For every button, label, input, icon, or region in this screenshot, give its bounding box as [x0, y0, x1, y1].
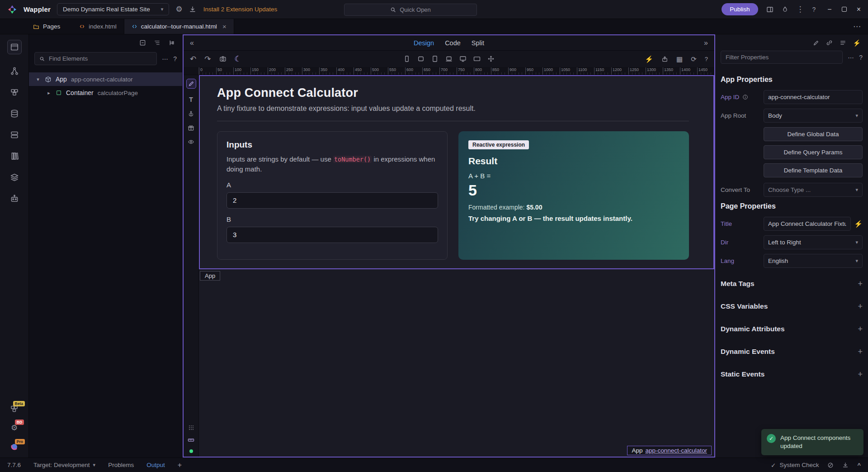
database-panel-icon[interactable]: [10, 109, 19, 118]
workflows-panel-icon[interactable]: [10, 67, 19, 76]
filter-properties-input[interactable]: Filter Properties: [721, 51, 843, 64]
device-tv-icon[interactable]: [473, 55, 481, 62]
more-options-icon[interactable]: ⋯: [848, 54, 854, 61]
pro-account-icon[interactable]: Pro: [10, 443, 19, 451]
project-selector[interactable]: Demo Dynamic Real Estate Site ▾: [57, 3, 169, 15]
close-button[interactable]: ×: [857, 5, 861, 14]
tab-split[interactable]: Split: [472, 39, 484, 47]
device-laptop-icon[interactable]: [445, 55, 453, 62]
input-a-field[interactable]: [226, 192, 438, 209]
updates-tray-icon[interactable]: [842, 462, 849, 468]
hot-reload-drop-icon[interactable]: [782, 6, 788, 13]
text-tool-icon[interactable]: T: [189, 96, 193, 103]
add-icon[interactable]: +: [858, 279, 863, 289]
section-meta-tags[interactable]: Meta Tags +: [721, 272, 863, 295]
app-root-select[interactable]: Body ▾: [764, 109, 863, 123]
device-tablet-icon[interactable]: [431, 55, 439, 62]
more-options-icon[interactable]: ⋯: [162, 56, 168, 62]
qr-code-icon[interactable]: ▦: [676, 56, 683, 62]
components-gift-icon[interactable]: [188, 124, 194, 131]
tab-calculator-tour-manual-html[interactable]: calculator--tour-manual.html ×: [124, 19, 234, 34]
move-canvas-icon[interactable]: [487, 55, 495, 62]
define-query-params-button[interactable]: Define Query Params: [764, 145, 863, 159]
panel-tab-pages[interactable]: Pages: [33, 19, 60, 34]
pages-panel-icon[interactable]: [7, 40, 22, 54]
ruler-toggle-icon[interactable]: [188, 437, 194, 443]
list-icon[interactable]: [840, 39, 846, 46]
section-css-variables[interactable]: CSS Variables +: [721, 295, 863, 318]
input-b-field[interactable]: [226, 227, 438, 243]
kebab-menu-icon[interactable]: ⋮: [797, 5, 804, 13]
clear-icon[interactable]: [827, 462, 834, 468]
target-selector[interactable]: Target: Development ▾: [33, 462, 95, 468]
beta-feature-icon[interactable]: Beta: [10, 405, 19, 413]
section-dynamic-events[interactable]: Dynamic Events +: [721, 340, 863, 363]
preview-eye-icon[interactable]: [188, 138, 194, 145]
list-view-icon[interactable]: [154, 39, 160, 46]
lang-select[interactable]: English ▾: [764, 254, 863, 268]
app-connect-bolt-icon[interactable]: ⚡: [645, 56, 653, 62]
minimize-button[interactable]: −: [827, 5, 831, 14]
define-global-data-button[interactable]: Define Global Data: [764, 127, 863, 141]
settings-gear-icon[interactable]: ⚙: [175, 5, 182, 13]
maximize-button[interactable]: [842, 7, 847, 12]
tree-view-icon[interactable]: [168, 39, 175, 46]
help-icon[interactable]: ?: [812, 6, 816, 13]
tab-code[interactable]: Code: [445, 39, 461, 47]
add-icon[interactable]: +: [858, 347, 863, 357]
add-icon[interactable]: +: [858, 324, 863, 334]
layout-panels-icon[interactable]: [766, 6, 774, 13]
help-icon[interactable]: ?: [859, 54, 863, 61]
find-elements-input[interactable]: Find Elements: [34, 52, 157, 65]
problems-tab[interactable]: Problems: [108, 462, 134, 468]
layers-panel-icon[interactable]: [10, 173, 19, 182]
screenshot-camera-icon[interactable]: [219, 55, 226, 62]
device-desktop-icon[interactable]: [459, 55, 467, 62]
refresh-icon[interactable]: ⟳: [691, 56, 697, 62]
bolt-icon[interactable]: ⚡: [853, 39, 861, 46]
chevron-down-icon[interactable]: ▾: [35, 76, 41, 82]
notification-toast[interactable]: ✓ App Connect components updated: [761, 429, 863, 455]
dynamic-binding-bolt-icon[interactable]: ⚡: [854, 220, 863, 227]
ai-assistant-panel-icon[interactable]: [10, 194, 19, 203]
undo-icon[interactable]: ↶: [190, 55, 196, 63]
server-panel-icon[interactable]: [10, 130, 19, 139]
dir-select[interactable]: Left to Right ▾: [764, 235, 863, 249]
selection-breadcrumb[interactable]: App app-connect-calculator: [627, 446, 712, 455]
convert-to-select[interactable]: Choose Type ... ▾: [764, 183, 863, 197]
edit-mode-pencil-icon[interactable]: [186, 79, 196, 89]
system-check[interactable]: ✓ System Check: [771, 462, 819, 469]
redo-icon[interactable]: ↷: [204, 55, 211, 63]
link-icon[interactable]: [826, 39, 833, 46]
tab-design[interactable]: Design: [414, 39, 434, 47]
collapse-all-icon[interactable]: [139, 39, 146, 46]
dark-mode-moon-icon[interactable]: ☾: [235, 55, 241, 63]
output-tab[interactable]: Output: [146, 462, 165, 468]
page-title-input[interactable]: [764, 217, 851, 231]
define-template-data-button[interactable]: Define Template Data: [764, 163, 863, 177]
breadcrumb-id[interactable]: app-connect-calculator: [645, 447, 707, 454]
tab-index-html[interactable]: index.html: [72, 19, 124, 34]
components-panel-icon[interactable]: [10, 88, 19, 97]
add-icon[interactable]: +: [858, 302, 863, 311]
help-icon[interactable]: ?: [705, 56, 708, 62]
styles-panel-icon[interactable]: [10, 152, 19, 161]
design-canvas[interactable]: App Connect Calculator A tiny fixture to…: [199, 75, 714, 457]
grid-icon[interactable]: [188, 424, 194, 431]
extension-install-icon[interactable]: [189, 6, 196, 13]
publish-button[interactable]: Publish: [722, 3, 758, 15]
anchor-tool-icon[interactable]: [188, 110, 194, 117]
tree-row-container[interactable]: ▸ Container calculatorPage: [29, 86, 182, 100]
tree-row-app[interactable]: ▾ App app-connect-calculator: [29, 72, 182, 86]
tabbar-more-icon[interactable]: ⋯: [853, 22, 861, 31]
section-static-events[interactable]: Static Events +: [721, 363, 863, 386]
edit-pencil-icon[interactable]: [813, 39, 819, 46]
selection-tag[interactable]: App: [200, 271, 220, 281]
app-id-input[interactable]: [764, 90, 863, 104]
quick-open-search[interactable]: Quick Open: [344, 4, 477, 16]
extension-updates-link[interactable]: Install 2 Extension Updates: [203, 6, 278, 13]
tab-close-icon[interactable]: ×: [222, 23, 226, 30]
add-panel-icon[interactable]: +: [178, 461, 182, 469]
help-icon[interactable]: ?: [173, 56, 177, 62]
device-responsive-icon[interactable]: [417, 55, 425, 62]
